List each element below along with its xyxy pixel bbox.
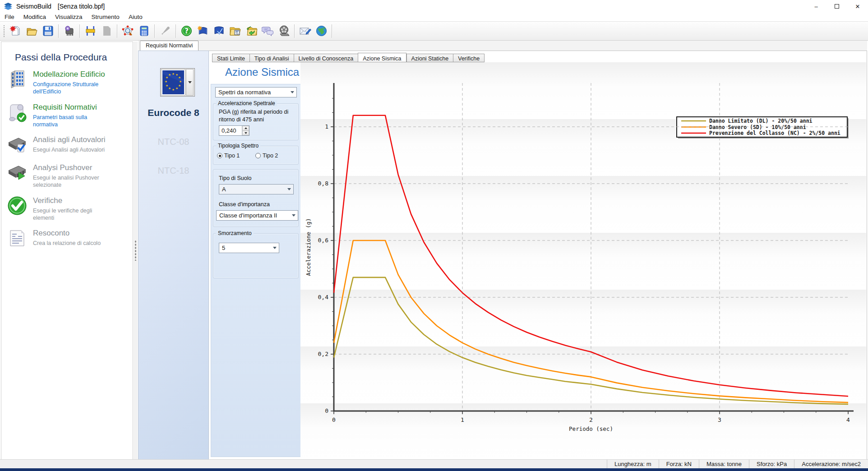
menu-strumento[interactable]: Strumento	[87, 14, 124, 20]
spectrum-type-label: Tipologia Spettro	[216, 143, 260, 149]
verify-book-icon[interactable]	[211, 23, 226, 39]
status-accelerazione: Accelerazione: m/sec2	[794, 460, 868, 468]
combo-button[interactable]	[271, 243, 279, 253]
spectrum-source-combo[interactable]: Spettri da normativa	[215, 87, 297, 97]
menu-file[interactable]: File	[0, 14, 19, 20]
page-disabled-icon	[99, 23, 114, 39]
step-title: Analysi Pushover	[33, 163, 112, 172]
sidebar-item-autovalori[interactable]: Analisi agli Autovalori Esegui Analisi a…	[7, 134, 129, 156]
new-document-icon[interactable]	[8, 23, 23, 39]
title-bar: SeismoBuild [Senza titolo.bpf] – ✕	[0, 0, 868, 13]
sidebar-item-modellazione[interactable]: Modellazione Edificio Configurazione Str…	[7, 69, 129, 96]
accel-groupbox: Accelerazione Spettrale PGA (g) riferita…	[213, 103, 299, 140]
tab-verifiche[interactable]: Verifiche	[453, 54, 485, 62]
menu-modifica[interactable]: Modifica	[19, 14, 51, 20]
tab-stati-limite[interactable]: Stati Limite	[212, 54, 249, 62]
code-flag-dropdown[interactable]: ★★★★★★★★★★★★	[160, 68, 195, 97]
eu-flag-icon: ★★★★★★★★★★★★	[161, 69, 185, 96]
open-project-icon[interactable]	[24, 23, 39, 39]
damping-combo[interactable]: 5	[219, 243, 279, 253]
radio-tipo-1-label: Tipo 1	[224, 152, 240, 159]
step-subtitle: Esegui Analisi agli Autovalori	[33, 146, 112, 153]
svg-text:★: ★	[168, 73, 171, 77]
manual-book-icon[interactable]	[195, 23, 210, 39]
comments-icon[interactable]	[260, 23, 275, 39]
project-folder-building-icon[interactable]	[227, 23, 243, 39]
toolbar-grip[interactable]	[3, 24, 5, 38]
minimize-button[interactable]: –	[806, 0, 826, 13]
svg-text:★: ★	[172, 88, 175, 92]
chevron-down-icon	[273, 247, 277, 249]
spectrum-form: Spettri da normativa Accelerazione Spett…	[211, 84, 301, 457]
status-bar: Lunghezza: m Forza: kN Massa: tonne Sfor…	[0, 459, 868, 468]
save-project-icon[interactable]	[40, 23, 55, 39]
status-forza: Forza: kN	[659, 460, 699, 468]
importance-value: Classe d'importanza II	[217, 212, 290, 219]
sidebar-item-verifiche[interactable]: Verifiche Esegui le verifiche degli elem…	[7, 195, 129, 222]
combo-button[interactable]	[285, 185, 293, 194]
tab-azioni-statiche[interactable]: Azioni Statiche	[406, 54, 453, 62]
procedure-sidebar: Passi della Procedura Modellazione Edifi…	[1, 42, 133, 460]
status-sforzo: Sforzo: kPa	[749, 460, 794, 468]
tab-azione-sismica[interactable]: Azione Sismica	[358, 53, 406, 62]
model-viewer-icon[interactable]	[120, 23, 135, 39]
sidebar-item-pushover[interactable]: Analysi Pushover Esegui le analisi Pusho…	[7, 162, 129, 189]
soil-label: Tipo di Suolo	[219, 175, 252, 181]
paint-disabled-icon	[157, 23, 173, 39]
damping-groupbox: Smorzamento 5	[213, 233, 299, 278]
svg-text:★: ★	[179, 80, 182, 83]
svg-text:0,8: 0,8	[318, 180, 328, 187]
soil-combo[interactable]: A	[219, 184, 294, 194]
selected-code-label: Eurocode 8	[139, 107, 208, 118]
menu-visualizza[interactable]: Visualizza	[51, 14, 87, 20]
step-subtitle: Esegui le analisi Pushover selezionate	[33, 174, 112, 189]
svg-text:★: ★	[175, 87, 178, 90]
scroll-check-icon	[7, 102, 28, 124]
damping-value: 5	[219, 245, 271, 251]
site-groupbox: Tipo di Suolo A Classe d'importanza Clas…	[213, 169, 299, 227]
video-tutorials-icon[interactable]	[276, 23, 291, 39]
spinner-up-button[interactable]	[242, 126, 249, 131]
radio-tipo-2[interactable]: Tipo 2	[255, 152, 278, 159]
help-icon[interactable]: ?	[179, 23, 194, 39]
chevron-down-icon	[291, 91, 294, 93]
email-support-icon[interactable]	[297, 23, 313, 39]
svg-text:★: ★	[178, 84, 181, 88]
radio-unselected-icon	[255, 153, 261, 158]
tab-livello-di-conoscenza[interactable]: Livello di Conoscenza	[294, 54, 358, 62]
sidebar-item-resoconto[interactable]: Resoconto Crea la relazione di calcolo	[7, 228, 129, 249]
toolbar-separator	[117, 24, 117, 38]
chevron-down-icon	[292, 214, 295, 217]
close-button[interactable]: ✕	[847, 0, 868, 13]
project-folder-refresh-icon[interactable]	[244, 23, 259, 39]
code-option-ntc18[interactable]: NTC-18	[139, 166, 208, 176]
radio-tipo-1[interactable]: Tipo 1	[217, 152, 240, 159]
sidebar-item-requisiti[interactable]: Requisiti Normativi Parametri basati sul…	[7, 102, 129, 129]
tab-tipo-di-analisi[interactable]: Tipo di Analisi	[249, 54, 294, 62]
menu-aiuto[interactable]: Aiuto	[124, 14, 147, 20]
importance-combo[interactable]: Classe d'importanza II	[216, 210, 298, 221]
tab-requisiti-normativi[interactable]: Requisiti Normativi	[140, 41, 199, 51]
processor-settings-icon[interactable]	[61, 23, 77, 39]
code-option-ntc08[interactable]: NTC-08	[139, 137, 208, 147]
svg-text:4: 4	[846, 416, 850, 423]
toolbar-separator	[79, 24, 80, 38]
combo-button[interactable]	[290, 211, 298, 220]
calculator-icon[interactable]	[136, 23, 152, 39]
flag-dropdown-button[interactable]	[186, 69, 194, 96]
maximize-button[interactable]	[826, 0, 847, 13]
step-subtitle: Crea la relazione di calcolo	[33, 240, 112, 247]
seismic-settings-panel: Stati Limite Tipo di Analisi Livello di …	[209, 51, 867, 460]
spectrum-chart-svg: Danno Limitato (DL) - 20%/50 anniDanno S…	[300, 62, 866, 443]
menu-bar: File Modifica Visualizza Strumento Aiuto	[0, 13, 868, 21]
combo-button[interactable]	[288, 88, 296, 97]
sidebar-splitter[interactable]	[134, 42, 138, 460]
svg-text:★: ★	[172, 72, 175, 76]
web-site-icon[interactable]	[314, 23, 329, 39]
spectrum-chart: Danno Limitato (DL) - 20%/50 anniDanno S…	[300, 62, 866, 460]
spinner-down-button[interactable]	[242, 131, 249, 136]
pga-spinner[interactable]: 0,240	[219, 125, 249, 136]
radio-tipo-2-label: Tipo 2	[263, 152, 278, 159]
frame-model-icon[interactable]	[83, 23, 98, 39]
pga-value: 0,240	[219, 126, 242, 135]
